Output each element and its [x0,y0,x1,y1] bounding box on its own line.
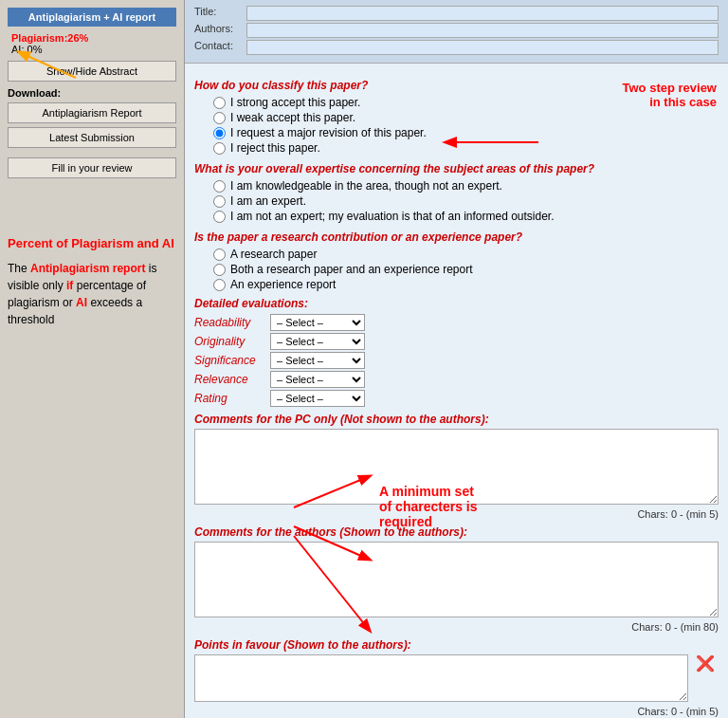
paper-title-row: Title: [194,6,719,21]
q1-option-4-label: I reject this paper. [230,141,320,155]
eval-significance-select[interactable]: – Select –12345 [270,352,365,369]
q3-radio-3[interactable] [213,279,226,291]
contact-value [246,40,719,55]
q2-question: What is your overall expertise concernin… [194,162,719,175]
q2-radio-1[interactable] [213,180,226,193]
plagiarism-label: Plagiarism:26% [11,32,88,44]
comments-pc-textarea[interactable] [194,429,719,505]
bottom-annotation: The Antiplagiarism report is visible onl… [8,260,176,328]
authors-label: Authors: [194,23,246,38]
main-content: Title: Authors: Contact: How do you clas… [185,0,728,718]
percent-annotation: Percent of Plagiarism and AI [8,235,176,252]
q3-option-2-label: Both a research paper and an experience … [230,263,473,276]
eval-readability-label: Readability [194,316,270,329]
comments-authors-chars: Chars: 0 - (min 80) [194,621,719,633]
q1-radio-1[interactable] [213,97,226,109]
q3-option-3-label: An experience report [230,278,336,291]
title-value [246,6,719,21]
points-favour-section: Points in favour (Shown to the authors):… [194,638,719,718]
download-label: Download: [8,87,176,99]
q2-radio-2[interactable] [213,195,226,208]
q3-option-1[interactable]: A research paper [213,248,719,261]
show-hide-abstract-button[interactable]: Show/Hide Abstract [8,61,176,82]
eval-significance-row: Significance – Select –12345 [194,352,719,369]
q1-question: How do you classify this paper? [194,79,719,92]
authors-value [246,23,719,38]
point-favour-item: ❌ [194,654,719,702]
q1-option-4[interactable]: I reject this paper. [213,141,719,155]
points-favour-chars: Chars: 0 - (min 5) [194,706,719,717]
q1-option-2[interactable]: I weak accept this paper. [213,111,719,124]
comments-authors-textarea[interactable] [194,542,719,617]
q2-option-2[interactable]: I am an expert. [213,194,719,208]
points-favour-label: Points in favour (Shown to the authors): [194,638,719,652]
q1-radio-4[interactable] [213,142,226,155]
q3-radio-1[interactable] [213,249,226,261]
q2-option-3-label: I am not an expert; my evaluation is tha… [230,210,555,223]
q1-radio-3[interactable] [213,127,226,139]
q3-question: Is the paper a research contribution or … [194,230,719,244]
comments-pc-label: Comments for the PC only (Not shown to t… [194,413,719,426]
eval-originality-select[interactable]: – Select –12345 [270,333,365,350]
q3-option-3[interactable]: An experience report [213,278,719,291]
comments-pc-section: Comments for the PC only (Not shown to t… [194,413,719,520]
detailed-evals-title: Detailed evaluations: [194,297,719,310]
eval-readability-select[interactable]: – Select –12345 [270,314,365,331]
contact-label: Contact: [194,40,246,55]
q1-option-3[interactable]: I request a major revision of this paper… [213,126,719,139]
sidebar-header: Antiplagiarism + AI report [8,8,176,27]
eval-readability-row: Readability – Select –12345 [194,314,719,331]
q2-option-2-label: I am an expert. [230,194,306,208]
q1-option-1[interactable]: I strong accept this paper. [213,96,719,109]
q2-option-1[interactable]: I am knowledgeable in the area, though n… [213,179,719,193]
latest-submission-button[interactable]: Latest Submission [8,127,176,148]
paper-contact-row: Contact: [194,40,719,55]
eval-rating-label: Rating [194,392,270,405]
comments-authors-label: Comments for the authors (Shown to the a… [194,525,719,539]
q2-radio-3[interactable] [213,211,226,223]
q3-radio-2[interactable] [213,264,226,276]
fill-review-button[interactable]: Fill in your review [8,157,176,178]
title-label: Title: [194,6,246,21]
detailed-evals: Detailed evaluations: Readability – Sele… [194,297,719,407]
eval-relevance-select[interactable]: – Select –12345 [270,371,365,388]
q1-option-3-label: I request a major revision of this paper… [230,126,427,139]
antiplagiarism-report-button[interactable]: Antiplagiarism Report [8,102,176,123]
q3-option-1-label: A research paper [230,248,317,261]
plagiarism-info: Plagiarism:26% AI: 0% [8,30,176,57]
comments-authors-section: Comments for the authors (Shown to the a… [194,525,719,633]
eval-rating-select[interactable]: – Select –12345 [270,390,365,407]
form-section: How do you classify this paper? I strong… [185,64,728,718]
sidebar: Antiplagiarism + AI report Plagiarism:26… [0,0,185,718]
eval-rating-row: Rating – Select –12345 [194,390,719,407]
q2-option-3[interactable]: I am not an expert; my evaluation is tha… [213,210,719,223]
ai-label: AI: 0% [11,44,42,55]
eval-relevance-row: Relevance – Select –12345 [194,371,719,388]
eval-relevance-label: Relevance [194,373,270,386]
q2-option-1-label: I am knowledgeable in the area, though n… [230,179,502,193]
paper-authors-row: Authors: [194,23,719,38]
q1-option-2-label: I weak accept this paper. [230,111,355,124]
remove-point-button[interactable]: ❌ [692,654,719,672]
paper-info: Title: Authors: Contact: [185,0,728,64]
eval-significance-label: Significance [194,354,270,367]
eval-originality-row: Originality – Select –12345 [194,333,719,350]
point-favour-textarea[interactable] [194,654,688,702]
comments-pc-chars: Chars: 0 - (min 5) [194,508,719,520]
q1-radio-2[interactable] [213,112,226,124]
q3-option-2[interactable]: Both a research paper and an experience … [213,263,719,276]
eval-originality-label: Originality [194,335,270,348]
q1-option-1-label: I strong accept this paper. [230,96,360,109]
